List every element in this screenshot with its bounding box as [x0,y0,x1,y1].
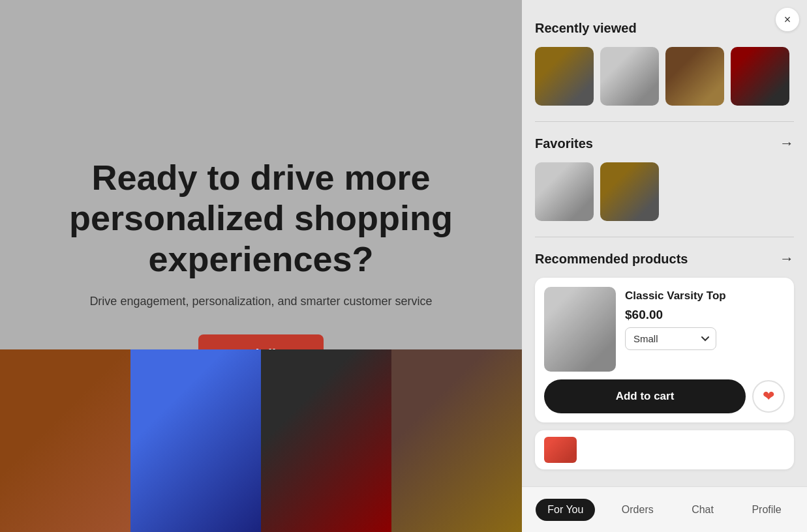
favorites-header: Favorites → [535,135,794,152]
recommended-section: Recommended products → Classic Varsity T… [535,250,794,469]
strip-image-3 [261,349,391,532]
product-image-strip [0,349,522,532]
favorite-item-2[interactable] [600,162,659,221]
divider-1 [535,121,794,122]
favorites-row [535,162,794,221]
recently-viewed-item-1[interactable] [535,47,594,106]
strip-image-4 [391,349,522,532]
divider-2 [535,237,794,237]
nav-profile-label: Profile [752,504,781,516]
recently-viewed-image-3 [665,47,724,106]
product-price: $60.00 [625,308,785,322]
strip-item-2 [130,349,261,532]
product-top-area: Classic Varsity Top $60.00 Small Medium … [544,287,785,372]
partial-product-thumb [544,437,577,463]
favorites-arrow[interactable]: → [780,135,794,152]
nav-chat[interactable]: Chat [680,499,725,521]
product-thumbnail [544,287,616,372]
recently-viewed-title: Recently viewed [535,21,637,36]
nav-profile[interactable]: Profile [740,499,793,521]
recently-viewed-image-2 [600,47,659,106]
bottom-navigation: For You Orders Chat Profile [522,486,807,532]
strip-item-1 [0,349,130,532]
recently-viewed-item-2[interactable] [600,47,659,106]
strip-image-1 [0,349,130,532]
product-card-1: Classic Varsity Top $60.00 Small Medium … [535,278,794,422]
cart-row: Add to cart ❤ [544,379,785,413]
add-to-cart-button[interactable]: Add to cart [544,379,746,413]
favorite-image-2 [600,162,659,221]
recently-viewed-item-4[interactable] [731,47,789,106]
panel-scroll-area: Recently viewed → Favorites → [522,7,807,486]
nav-orders-label: Orders [622,504,654,516]
nav-for-you-label: For You [547,504,583,516]
favorite-button[interactable]: ❤ [752,380,785,413]
product-card-2-partial [535,430,794,469]
recommended-arrow[interactable]: → [780,250,794,267]
hero-title: Ready to drive more personalized shoppin… [26,157,496,278]
strip-image-2 [130,349,261,532]
favorites-title: Favorites [535,136,593,151]
hero-subtitle: Drive engagement, personalization, and s… [89,295,432,308]
favorite-item-1[interactable] [535,162,594,221]
close-button[interactable]: × [776,8,799,31]
side-panel: × Recently viewed → Favorites → [522,0,807,532]
recently-viewed-header: Recently viewed → [535,20,794,37]
product-name: Classic Varsity Top [625,289,785,303]
nav-for-you[interactable]: For You [536,499,595,521]
recommended-title: Recommended products [535,252,688,267]
recently-viewed-image-1 [535,47,594,106]
recommended-header: Recommended products → [535,250,794,267]
recently-viewed-image-4 [731,47,789,106]
nav-orders[interactable]: Orders [610,499,665,521]
favorite-image-1 [535,162,594,221]
product-details: Classic Varsity Top $60.00 Small Medium … [625,287,785,350]
nav-chat-label: Chat [692,504,714,516]
recently-viewed-item-3[interactable] [665,47,724,106]
strip-item-3 [261,349,391,532]
strip-item-4 [391,349,522,532]
size-select[interactable]: Small Medium Large X-Large [625,327,716,350]
recently-viewed-row [535,47,794,106]
